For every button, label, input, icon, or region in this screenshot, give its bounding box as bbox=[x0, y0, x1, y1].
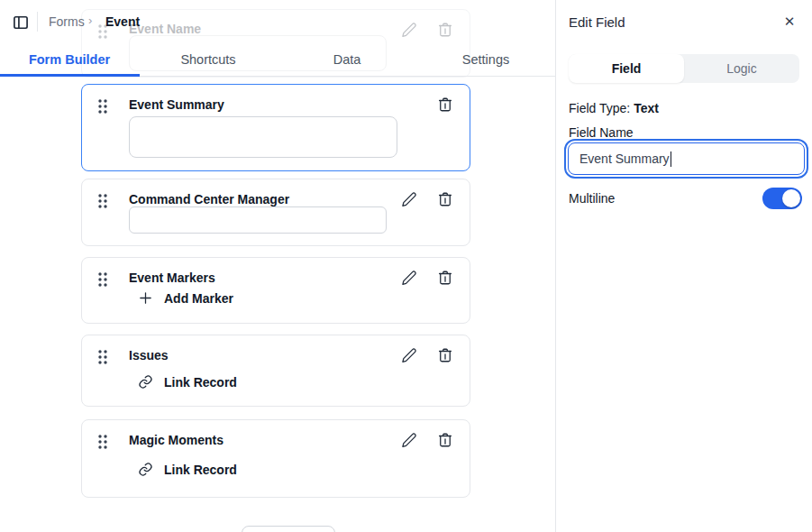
tab-form-builder[interactable]: Form Builder bbox=[0, 43, 139, 76]
edit-field-panel: Edit Field ✕ Field Logic Field Type: Tex… bbox=[555, 0, 812, 532]
header-bar: Forms › Event bbox=[0, 0, 555, 43]
link-record-button[interactable]: Link Record bbox=[138, 462, 237, 477]
field-label: Magic Moments bbox=[129, 433, 224, 447]
field-name-input[interactable]: Event Summary bbox=[568, 142, 805, 175]
close-icon: ✕ bbox=[784, 14, 796, 29]
pencil-icon bbox=[401, 347, 417, 363]
drag-handle-icon[interactable] bbox=[97, 98, 108, 115]
event-summary-textarea[interactable] bbox=[129, 116, 397, 158]
multiline-toggle[interactable] bbox=[762, 188, 802, 209]
field-label: Event Markers bbox=[129, 271, 215, 285]
edit-field-button[interactable] bbox=[401, 432, 417, 448]
edit-field-button[interactable] bbox=[401, 347, 417, 363]
chevron-right-icon: › bbox=[88, 14, 92, 27]
link-icon bbox=[138, 462, 153, 477]
toggle-knob bbox=[782, 189, 800, 207]
field-label: Issues bbox=[129, 348, 169, 362]
link-icon bbox=[138, 374, 153, 390]
delete-field-button[interactable] bbox=[437, 96, 453, 113]
sidebar-toggle-button[interactable] bbox=[12, 14, 30, 32]
text-caret bbox=[671, 151, 672, 167]
link-record-label: Link Record bbox=[164, 375, 237, 390]
edit-field-button[interactable] bbox=[401, 270, 417, 286]
active-tab-underline bbox=[0, 74, 140, 77]
pencil-icon bbox=[401, 270, 417, 286]
header-divider bbox=[37, 12, 38, 32]
multiline-label: Multiline bbox=[569, 191, 615, 206]
field-label: Command Center Manager bbox=[129, 192, 289, 206]
edit-field-button[interactable] bbox=[401, 191, 417, 207]
drag-handle-icon[interactable] bbox=[97, 271, 108, 288]
drag-handle-icon[interactable] bbox=[97, 434, 108, 450]
trash-icon bbox=[437, 191, 453, 207]
field-card-issues[interactable]: Issues Link Record bbox=[81, 335, 470, 407]
drag-handle-icon[interactable] bbox=[97, 193, 108, 209]
tab-field[interactable]: Field bbox=[569, 54, 684, 83]
delete-field-button[interactable] bbox=[437, 191, 453, 207]
trash-icon bbox=[437, 96, 453, 113]
pencil-icon bbox=[401, 432, 417, 448]
plus-icon bbox=[138, 290, 153, 306]
field-name-label: Field Name bbox=[569, 125, 634, 140]
app-window: Event Name Forms › Event Form Builder Sh… bbox=[0, 0, 812, 532]
field-card-magic-moments[interactable]: Magic Moments Link Record bbox=[81, 419, 470, 498]
add-marker-button[interactable]: Add Marker bbox=[138, 290, 233, 306]
field-card-command-center-manager[interactable]: Command Center Manager bbox=[81, 179, 470, 246]
delete-field-button[interactable] bbox=[437, 347, 453, 363]
trash-icon bbox=[437, 432, 453, 448]
field-card-event-markers[interactable]: Event Markers Add Marker bbox=[81, 257, 470, 324]
tab-settings[interactable]: Settings bbox=[416, 43, 555, 76]
breadcrumb-forms[interactable]: Forms bbox=[49, 14, 85, 29]
pencil-icon bbox=[401, 191, 417, 207]
field-type-row: Field Type: Text bbox=[569, 101, 659, 115]
field-type-label: Field Type: bbox=[569, 101, 630, 115]
delete-field-button[interactable] bbox=[437, 432, 453, 448]
command-center-manager-input[interactable] bbox=[129, 206, 387, 234]
field-type-value: Text bbox=[634, 101, 659, 115]
field-label: Event Summary bbox=[129, 97, 224, 112]
tab-data[interactable]: Data bbox=[278, 43, 416, 76]
close-panel-button[interactable]: ✕ bbox=[780, 13, 798, 31]
trash-icon bbox=[437, 270, 453, 286]
panel-title: Edit Field bbox=[569, 14, 625, 30]
tab-logic[interactable]: Logic bbox=[684, 54, 799, 83]
field-logic-segmented-control: Field Logic bbox=[569, 54, 799, 83]
field-card-event-summary[interactable]: Event Summary bbox=[81, 84, 470, 171]
trash-icon bbox=[437, 347, 453, 363]
add-field-button[interactable] bbox=[242, 526, 335, 532]
add-marker-label: Add Marker bbox=[164, 291, 233, 306]
link-record-label: Link Record bbox=[164, 463, 237, 477]
builder-tab-bar: Form Builder Shortcuts Data Settings bbox=[0, 43, 555, 77]
panel-left-icon bbox=[12, 14, 30, 32]
tab-shortcuts[interactable]: Shortcuts bbox=[139, 43, 278, 76]
delete-field-button[interactable] bbox=[437, 270, 453, 286]
link-record-button[interactable]: Link Record bbox=[138, 374, 237, 390]
breadcrumb-event: Event bbox=[105, 14, 140, 29]
drag-handle-icon[interactable] bbox=[97, 349, 108, 365]
field-name-value: Event Summary bbox=[579, 151, 670, 166]
